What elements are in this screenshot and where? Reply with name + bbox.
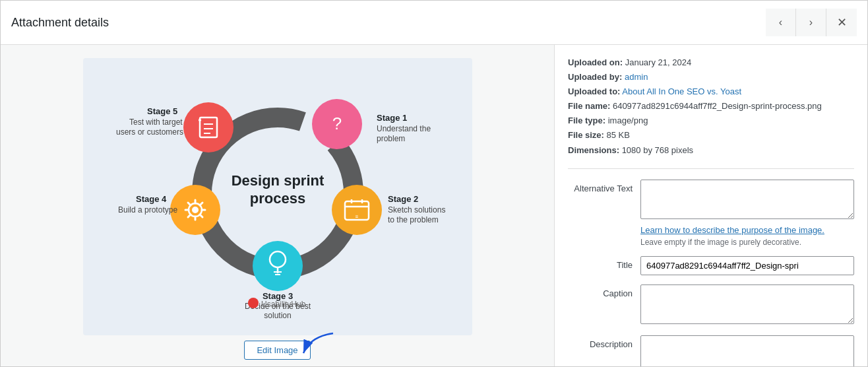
- svg-text:Understand the: Understand the: [377, 124, 431, 133]
- file-name-label: File name:: [568, 101, 610, 111]
- caption-label: Caption: [568, 284, 640, 298]
- alt-text-row: Alternative Text Learn how to describe t…: [568, 180, 854, 247]
- alt-text-input[interactable]: [640, 180, 854, 219]
- edit-button-area: Edit Image: [14, 335, 541, 360]
- title-content: [640, 256, 854, 275]
- description-input[interactable]: [640, 335, 854, 366]
- alt-text-help-link[interactable]: Learn how to describe the purpose of the…: [640, 225, 824, 235]
- svg-text:Stage 4: Stage 4: [136, 194, 167, 204]
- svg-text:Build a prototype: Build a prototype: [118, 205, 177, 215]
- svg-text:?: ?: [332, 114, 341, 133]
- image-panel: Design sprint process ? Stage 1 Understa…: [1, 45, 555, 366]
- alt-text-label: Alternative Text: [568, 180, 640, 193]
- file-type-row: File type: image/png: [568, 114, 854, 128]
- meta-section: Uploaded on: January 21, 2024 Uploaded b…: [568, 55, 854, 169]
- svg-text:problem: problem: [377, 134, 405, 143]
- svg-text:Test with target: Test with target: [129, 117, 183, 127]
- title-input[interactable]: [640, 256, 854, 275]
- file-name-value: 640977ad8291c6944aff7ff2_Design-sprint-p…: [613, 101, 822, 111]
- caption-row: Caption: [568, 284, 854, 326]
- attachment-details-modal: Attachment details ‹ › ✕ Design spr: [0, 0, 868, 367]
- alt-text-help: Learn how to describe the purpose of the…: [640, 225, 854, 235]
- attachment-preview: Design sprint process ? Stage 1 Understa…: [83, 58, 472, 335]
- uploaded-on-row: Uploaded on: January 21, 2024: [568, 55, 854, 70]
- svg-text:UsabilityHub: UsabilityHub: [261, 300, 306, 309]
- dimensions-value: 1080 by 768 pixels: [622, 145, 693, 155]
- svg-point-9: [332, 185, 382, 235]
- description-content: [640, 335, 854, 366]
- description-row: Description: [568, 335, 854, 366]
- svg-text:Sketch solutions: Sketch solutions: [388, 205, 445, 215]
- header-controls: ‹ › ✕: [766, 9, 857, 36]
- svg-text:Stage 5: Stage 5: [147, 106, 177, 116]
- svg-point-28: [192, 207, 199, 213]
- uploaded-by-label: Uploaded by:: [568, 72, 622, 82]
- uploaded-on-value: January 21, 2024: [625, 57, 691, 67]
- title-label: Title: [568, 256, 640, 270]
- image-container: Design sprint process ? Stage 1 Understa…: [14, 58, 541, 335]
- prev-nav-button[interactable]: ‹: [766, 9, 796, 36]
- svg-text:Stage 1: Stage 1: [377, 113, 407, 123]
- file-size-row: File size: 85 KB: [568, 128, 854, 143]
- file-type-value: image/png: [608, 116, 648, 125]
- uploaded-on-label: Uploaded on:: [568, 57, 623, 67]
- svg-text:users or customers: users or customers: [116, 127, 183, 137]
- svg-text:process: process: [249, 190, 305, 207]
- svg-point-18: [253, 241, 303, 291]
- caption-content: [640, 284, 854, 326]
- file-type-label: File type:: [568, 116, 605, 125]
- svg-text:Stage 2: Stage 2: [388, 194, 418, 204]
- next-nav-button[interactable]: ›: [796, 9, 826, 36]
- dimensions-row: Dimensions: 1080 by 768 pixels: [568, 143, 854, 158]
- uploaded-by-row: Uploaded by: admin: [568, 70, 854, 84]
- title-row: Title: [568, 256, 854, 275]
- uploaded-by-link[interactable]: admin: [625, 72, 648, 82]
- file-size-label: File size:: [568, 130, 604, 140]
- diagram-svg: Design sprint process ? Stage 1 Understa…: [93, 65, 462, 329]
- details-panel: Uploaded on: January 21, 2024 Uploaded b…: [555, 45, 867, 366]
- file-name-row: File name: 640977ad8291c6944aff7ff2_Desi…: [568, 99, 854, 114]
- modal-body: Design sprint process ? Stage 1 Understa…: [1, 45, 867, 366]
- caption-input[interactable]: [640, 284, 854, 324]
- uploaded-to-label: Uploaded to:: [568, 86, 620, 96]
- svg-text:Design sprint: Design sprint: [231, 172, 324, 189]
- svg-text:to the problem: to the problem: [388, 215, 439, 224]
- close-button[interactable]: ✕: [826, 9, 857, 36]
- svg-point-48: [248, 298, 259, 308]
- description-label: Description: [568, 335, 640, 349]
- svg-point-39: [183, 102, 233, 152]
- svg-text:solution: solution: [264, 311, 291, 320]
- alt-text-content: Learn how to describe the purpose of the…: [640, 180, 854, 247]
- dimensions-label: Dimensions:: [568, 145, 619, 155]
- arrow-indicator: [297, 330, 336, 363]
- modal-title: Attachment details: [11, 16, 109, 30]
- svg-text:≡: ≡: [355, 214, 358, 220]
- uploaded-to-link[interactable]: About All In One SEO vs. Yoast: [622, 86, 741, 96]
- alt-text-help-text: Leave empty if the image is purely decor…: [640, 238, 854, 247]
- uploaded-to-row: Uploaded to: About All In One SEO vs. Yo…: [568, 84, 854, 99]
- file-size-value: 85 KB: [607, 130, 630, 140]
- fields-section: Alternative Text Learn how to describe t…: [568, 180, 854, 366]
- modal-header: Attachment details ‹ › ✕: [1, 1, 867, 45]
